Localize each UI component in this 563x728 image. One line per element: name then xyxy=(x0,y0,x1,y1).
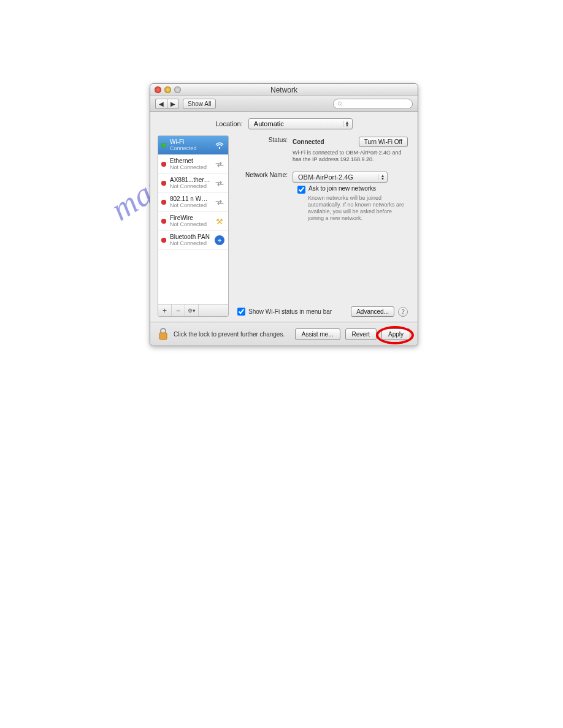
service-name: Wi-Fi xyxy=(170,138,210,145)
ask-join-checkbox[interactable] xyxy=(297,186,305,194)
sidebar-item-wlan[interactable]: 802.11 n WLAN Not Connected xyxy=(158,193,228,212)
network-name-select[interactable]: OBM-AirPort-2.4G ▴▾ xyxy=(293,172,388,183)
back-button[interactable]: ◀ xyxy=(155,99,167,109)
wifi-icon xyxy=(214,141,225,150)
status-description: Wi-Fi is connected to OBM-AirPort-2.4G a… xyxy=(293,150,408,163)
show-all-button[interactable]: Show All xyxy=(183,99,216,109)
service-status: Not Connected xyxy=(170,164,210,171)
help-button[interactable]: ? xyxy=(398,307,408,317)
advanced-button[interactable]: Advanced... xyxy=(351,306,394,317)
network-name-value: OBM-AirPort-2.4G xyxy=(298,173,353,181)
wifi-toggle-button[interactable]: Turn Wi-Fi Off xyxy=(359,137,408,147)
service-name: 802.11 n WLAN xyxy=(170,195,210,202)
ethernet-icon xyxy=(214,179,225,188)
chevron-updown-icon: ▴▾ xyxy=(378,174,385,180)
sidebar-item-ax881[interactable]: AX881...thernet Not Connected xyxy=(158,174,228,193)
status-dot-icon xyxy=(161,238,166,243)
svg-point-2 xyxy=(219,147,220,148)
sidebar-item-firewire[interactable]: FireWire Not Connected ⚒ xyxy=(158,212,228,231)
status-value: Connected xyxy=(293,138,324,145)
location-value: Automatic xyxy=(254,120,284,127)
location-row: Location: Automatic ▴▾ xyxy=(158,118,410,129)
revert-button[interactable]: Revert xyxy=(345,328,377,340)
gear-menu-button[interactable]: ⚙▾ xyxy=(185,305,199,316)
window-title: Network xyxy=(150,86,418,94)
sidebar-item-wifi[interactable]: Wi-Fi Connected xyxy=(158,136,228,155)
titlebar: Network xyxy=(150,84,418,96)
footer: Click the lock to prevent further change… xyxy=(150,322,418,346)
service-sidebar: Wi-Fi Connected Ethernet Not Connected xyxy=(158,135,229,317)
ethernet-icon xyxy=(214,160,225,169)
content-area: Location: Automatic ▴▾ Wi-Fi Connected xyxy=(150,112,418,322)
details-panel: Status: Connected Turn Wi-Fi Off Wi-Fi i… xyxy=(235,135,410,317)
show-status-checkbox[interactable] xyxy=(237,308,245,316)
status-dot-icon xyxy=(161,162,166,167)
svg-line-1 xyxy=(341,105,342,106)
status-label: Status: xyxy=(237,137,293,143)
service-name: AX881...thernet xyxy=(170,176,210,183)
service-name: Ethernet xyxy=(170,157,210,164)
svg-rect-3 xyxy=(159,333,167,339)
nav-buttons: ◀ ▶ xyxy=(155,99,179,109)
remove-service-button[interactable]: − xyxy=(172,305,185,316)
toolbar: ◀ ▶ Show All xyxy=(150,96,418,112)
status-dot-icon xyxy=(161,181,166,186)
ethernet-icon xyxy=(214,198,225,207)
firewire-icon: ⚒ xyxy=(214,217,225,226)
location-label: Location: xyxy=(215,120,243,127)
service-name: Bluetooth PAN xyxy=(170,233,210,240)
service-status: Not Connected xyxy=(170,183,210,190)
lock-icon[interactable] xyxy=(158,327,169,341)
search-icon xyxy=(337,101,343,107)
lock-text: Click the lock to prevent further change… xyxy=(174,331,290,338)
search-field[interactable] xyxy=(333,99,413,109)
status-dot-icon xyxy=(161,200,166,205)
forward-button[interactable]: ▶ xyxy=(167,99,179,109)
service-status: Not Connected xyxy=(170,240,210,247)
location-select[interactable]: Automatic ▴▾ xyxy=(248,118,353,129)
apply-button[interactable]: Apply xyxy=(381,328,410,340)
service-name: FireWire xyxy=(170,214,210,221)
network-preferences-window: Network ◀ ▶ Show All Location: Automatic… xyxy=(150,83,418,346)
sidebar-item-ethernet[interactable]: Ethernet Not Connected xyxy=(158,155,228,174)
service-status: Not Connected xyxy=(170,202,210,209)
body: Wi-Fi Connected Ethernet Not Connected xyxy=(158,135,410,317)
svg-point-0 xyxy=(338,102,341,105)
show-status-label: Show Wi-Fi status in menu bar xyxy=(248,308,332,315)
chevron-updown-icon: ▴▾ xyxy=(343,121,350,127)
bluetooth-icon: ⌖ xyxy=(214,236,225,245)
sidebar-toolbar: + − ⚙▾ xyxy=(158,304,228,316)
ask-join-help: Known networks will be joined automatica… xyxy=(308,195,408,222)
assist-button[interactable]: Assist me... xyxy=(295,328,340,340)
service-status: Not Connected xyxy=(170,221,210,228)
network-name-label: Network Name: xyxy=(237,172,293,178)
service-status: Connected xyxy=(170,145,210,152)
status-dot-icon xyxy=(161,219,166,224)
sidebar-item-bluetooth[interactable]: Bluetooth PAN Not Connected ⌖ xyxy=(158,231,228,250)
status-dot-icon xyxy=(161,143,166,148)
add-service-button[interactable]: + xyxy=(158,305,172,316)
ask-join-label: Ask to join new networks xyxy=(308,185,376,192)
